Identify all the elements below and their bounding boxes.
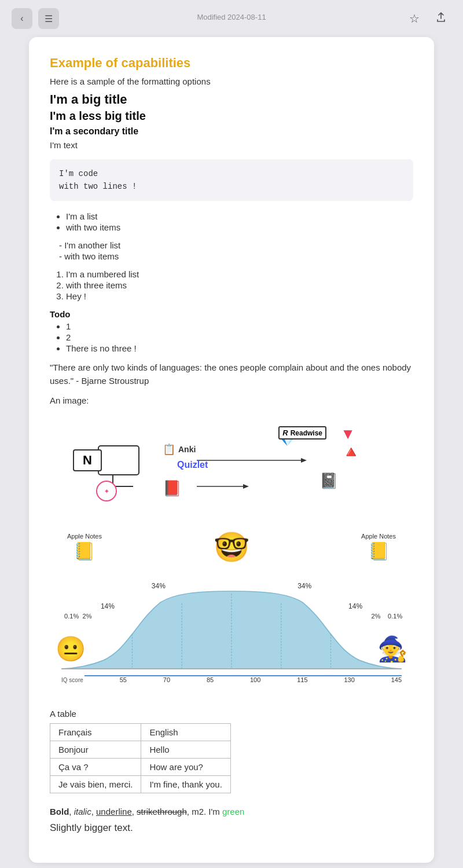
svg-marker-5 xyxy=(301,458,307,463)
top-bar-left: ‹ ☰ xyxy=(12,8,59,29)
anki-label: 📋Anki xyxy=(163,443,196,456)
doc-subtitle: Here is a sample of the formatting optio… xyxy=(50,76,413,86)
gdrive-icon: 🔺 xyxy=(341,442,361,462)
list-item: with two items xyxy=(66,222,413,232)
green-text: green xyxy=(222,807,244,816)
todo-item: 2 xyxy=(66,332,413,342)
pct-34-left: 34% xyxy=(152,582,166,590)
share-button[interactable] xyxy=(431,8,451,29)
heading-2: I'm a less big title xyxy=(50,109,413,123)
iq-130: 130 xyxy=(344,676,354,683)
doc-title: Example of capabilities xyxy=(50,56,413,71)
image-label: An image: xyxy=(50,395,413,405)
numbered-list: I'm a numbered list with three items Hey… xyxy=(50,269,413,301)
dash-item: with two items xyxy=(59,251,413,261)
bigger-text: Slightly bigger text. xyxy=(50,822,413,834)
svg-marker-7 xyxy=(243,484,249,489)
bold-text: Bold xyxy=(50,807,69,816)
todo-item: 1 xyxy=(66,321,413,331)
left-character: 😐 xyxy=(56,635,86,663)
apple-notes-left-icon: 📒 xyxy=(67,541,102,561)
nerd-character: 🤓 xyxy=(214,533,249,562)
star-button[interactable]: ☆ xyxy=(404,8,425,29)
body-text: I'm text xyxy=(50,139,413,152)
apple-notes-right-text: Apple Notes xyxy=(361,533,396,540)
list-button[interactable]: ☰ xyxy=(38,8,59,29)
code-line-1: I'm code xyxy=(59,167,404,180)
pct-14-left: 14% xyxy=(101,602,115,610)
quote-block: "There are only two kinds of languages: … xyxy=(50,361,413,387)
apple-notes-left-label: Apple Notes 📒 xyxy=(67,533,102,561)
strikethrough-text: strikethrough xyxy=(137,807,187,816)
iq-55: 55 xyxy=(120,676,127,683)
svg-rect-0 xyxy=(98,446,139,475)
format-demo: Bold, italic, underline, strikethrough, … xyxy=(50,805,413,819)
pocket-icon: ▼ xyxy=(340,425,355,443)
list-icon: ☰ xyxy=(45,13,53,24)
table-cell: How are you? xyxy=(141,759,230,776)
format-rest: , m2. I'm xyxy=(187,807,222,816)
table-row: Je vais bien, merci. I'm fine, thank you… xyxy=(50,776,231,793)
todo-section: Todo 1 2 There is no three ! xyxy=(50,309,413,353)
pct-34-right: 34% xyxy=(297,582,311,590)
numbered-item: I'm a numbered list xyxy=(66,269,413,279)
acrobat-icon: 📕 xyxy=(163,479,181,497)
underline-text: underline xyxy=(96,807,132,816)
table-cell: Hello xyxy=(141,741,230,759)
back-button[interactable]: ‹ xyxy=(12,8,32,29)
iq-axis-line xyxy=(84,675,402,676)
table-cell: Bonjour xyxy=(50,741,141,759)
table-header-row: Français English xyxy=(50,724,231,741)
bullet-list: I'm a list with two items xyxy=(50,211,413,232)
star-icon: ☆ xyxy=(409,12,420,25)
apple-notes-right-label: Apple Notes 📒 xyxy=(361,533,396,561)
top-bar: ‹ ☰ Modified 2024-08-11 ☆ xyxy=(0,0,463,37)
apps-diagram: N 💎 R Readwise ▼ 🔺 📋Anki Quizlet xyxy=(50,411,413,527)
table-header-fr: Français xyxy=(50,724,141,741)
table-label: A table xyxy=(50,709,413,719)
pct-2-left: 2% xyxy=(83,613,92,620)
iq-115: 115 xyxy=(297,676,307,683)
modified-label: Modified 2024-08-11 xyxy=(197,13,266,21)
iq-label: IQ score xyxy=(61,677,83,683)
todo-item: There is no three ! xyxy=(66,343,413,353)
code-line-2: with two lines ! xyxy=(59,180,404,193)
table-cell: Ça va ? xyxy=(50,759,141,776)
iq-85: 85 xyxy=(207,676,214,683)
todo-label: Todo xyxy=(50,309,413,319)
heading-1: I'm a big title xyxy=(50,92,413,107)
list-item: I'm a list xyxy=(66,211,413,221)
todo-list: 1 2 There is no three ! xyxy=(50,321,413,353)
readwise-icon: R Readwise xyxy=(278,426,326,440)
table-cell: I'm fine, thank you. xyxy=(141,776,230,793)
main-card: Example of capabilities Here is a sample… xyxy=(29,37,434,863)
iq-145: 145 xyxy=(391,676,402,683)
back-icon: ‹ xyxy=(20,13,23,24)
apple-notes-label-text: Apple Notes xyxy=(67,533,102,540)
table-row: Ça va ? How are you? xyxy=(50,759,231,776)
table-row: Bonjour Hello xyxy=(50,741,231,759)
right-character: 🧙 xyxy=(377,635,407,663)
numbered-item: Hey ! xyxy=(66,291,413,301)
quizlet-label: Quizlet xyxy=(177,460,208,470)
italic-text: italic xyxy=(74,807,91,816)
table-cell: Je vais bien, merci. xyxy=(50,776,141,793)
share-icon xyxy=(435,12,447,26)
iq-axis: IQ score 55 70 85 100 115 130 145 xyxy=(61,676,402,683)
onenote-icon: 📓 xyxy=(319,472,338,490)
pct-2-right: 2% xyxy=(372,613,381,620)
dash-item: I'm another list xyxy=(59,240,413,250)
data-table: Français English Bonjour Hello Ça va ? H… xyxy=(50,723,231,793)
image-area: N 💎 R Readwise ▼ 🔺 📋Anki Quizlet xyxy=(50,411,413,695)
top-bar-right: ☆ xyxy=(404,8,451,29)
table-header-en: English xyxy=(141,724,230,741)
bell-curve-section: Apple Notes 📒 Apple Notes 📒 🤓 xyxy=(50,527,413,695)
apple-notes-right-icon: 📒 xyxy=(361,541,396,561)
dash-list: I'm another list with two items xyxy=(50,240,413,261)
iq-100: 100 xyxy=(250,676,260,683)
pct-01-left: 0.1% xyxy=(64,613,79,620)
pct-01-right: 0.1% xyxy=(388,613,402,620)
heading-3: I'm a secondary title xyxy=(50,126,413,137)
numbered-item: with three items xyxy=(66,280,413,290)
pct-14-right: 14% xyxy=(348,602,362,610)
